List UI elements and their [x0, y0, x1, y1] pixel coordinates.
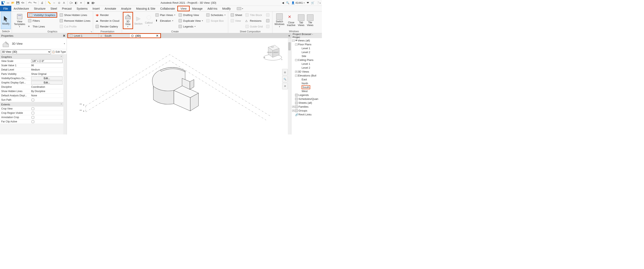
tab-structure[interactable]: Structure — [31, 6, 48, 11]
3d-icon[interactable]: ⬡▾ — [69, 1, 73, 5]
cut-profile-button[interactable]: Cut Profile — [59, 24, 91, 29]
view-tabs-menu[interactable]: ▾ — [287, 33, 291, 38]
user-chip[interactable]: 👤 41441 ▾ — [291, 1, 305, 4]
instance-select[interactable]: 3D View: {3D} — [1, 50, 51, 54]
tree-elev-west[interactable]: West — [291, 89, 322, 93]
prop-sun-path-checkbox[interactable] — [32, 98, 34, 101]
tab-massing-site[interactable]: Massing & Site — [134, 6, 158, 11]
collapse-icon[interactable]: − — [295, 75, 298, 77]
tree-schedules[interactable]: Schedules/Quan — [291, 97, 322, 101]
place-view-button[interactable]: View — [230, 18, 243, 23]
show-hidden-lines-button[interactable]: Show Hidden Lines — [59, 12, 91, 18]
tree-sheets[interactable]: Sheets (all) — [291, 101, 322, 105]
tree-elevations[interactable]: −Elevations (Buil — [291, 74, 322, 78]
prop-vg-edit-button[interactable]: Edit... — [31, 76, 62, 80]
sync-icon[interactable]: ⟲▾ — [21, 1, 24, 5]
tag-icon[interactable]: ⊙ — [57, 1, 61, 5]
view-tab-level1[interactable]: Level 1 — [68, 34, 99, 38]
tree-fp-level2[interactable]: Level 2 — [291, 50, 322, 54]
prop-far-clip-checkbox[interactable] — [32, 120, 34, 123]
canvas-3d[interactable]: ⟶ ⟶ TOP FRONT RIGHT ▾ — [67, 38, 291, 134]
tab-precast[interactable]: Precast — [60, 6, 74, 11]
prop-show-hidden[interactable]: By Discipline — [30, 89, 63, 93]
tab-view[interactable]: View — [177, 6, 190, 11]
tile-views-button[interactable]: Tile Views — [306, 12, 315, 29]
prop-gdo-edit-button[interactable]: Edit... — [31, 81, 62, 84]
tab-annotate[interactable]: Annotate — [102, 6, 118, 11]
tree-groups[interactable]: +Groups — [291, 109, 322, 112]
sheet-button[interactable]: Sheet — [230, 12, 243, 18]
open-icon[interactable]: ▭ — [6, 1, 10, 5]
properties-close-button[interactable]: ✕ — [63, 34, 66, 38]
tab-views-button[interactable]: Tab Views — [297, 12, 306, 29]
scope-box-button[interactable]: Scope Box — [206, 18, 226, 23]
tab-systems[interactable]: Systems — [74, 6, 90, 11]
undo-icon[interactable]: ↶▾ — [28, 1, 32, 5]
matchline-button[interactable] — [265, 12, 271, 18]
tree-3d-views[interactable]: +3D Views — [291, 70, 322, 74]
tree-ceiling-plans[interactable]: −Ceiling Plans — [291, 58, 322, 62]
close-inactive-button[interactable]: ✕Close Inactive — [286, 12, 296, 29]
tree-fp-level1[interactable]: Level 1 — [291, 46, 322, 50]
print-icon[interactable]: 🖨 — [40, 1, 44, 5]
tab-manage[interactable]: Manage — [190, 6, 205, 11]
tree-cp-level1[interactable]: Level 1 — [291, 62, 322, 66]
render-gallery-button[interactable]: Render Gallery — [95, 24, 120, 29]
tab-collaborate[interactable]: Collaborate — [158, 6, 177, 11]
plan-views-button[interactable]: Plan Views ▾ — [154, 12, 176, 18]
title-block-button[interactable]: Title Block — [244, 12, 264, 18]
legends-button[interactable]: Legends ▾ — [178, 24, 204, 29]
view-reference-button[interactable] — [265, 18, 271, 23]
close-views-icon[interactable]: ▣ — [86, 1, 90, 5]
tree-elev-north[interactable]: North — [291, 82, 322, 85]
elevation-button[interactable]: ⬆Elevation ▾ — [154, 18, 176, 23]
prop-default-analysis[interactable]: None — [30, 94, 63, 98]
tree-elev-east[interactable]: East — [291, 78, 322, 82]
section-icon[interactable]: ◧ — [74, 1, 78, 5]
thin-lines-button[interactable]: ≡ Thin Lines — [27, 24, 57, 29]
tab-steel[interactable]: Steel — [48, 6, 60, 11]
tree-families[interactable]: +Families — [291, 105, 322, 109]
tree-root-views[interactable]: −👁Views (all) — [291, 38, 322, 42]
nav-left-icon[interactable]: ◀ — [282, 1, 284, 4]
zoom-button[interactable]: 🔍 — [282, 76, 288, 82]
duplicate-view-button[interactable]: Duplicate View ▾ — [178, 18, 204, 23]
save-icon[interactable]: 💾 — [16, 1, 20, 5]
view-tab-3d[interactable]: ⬡{3D}✕ — [130, 34, 160, 38]
remove-hidden-lines-button[interactable]: Remove Hidden Lines — [59, 18, 91, 23]
prop-view-scale-input[interactable] — [31, 59, 62, 63]
expand-icon[interactable]: + — [292, 106, 295, 108]
tab-architecture[interactable]: Architecture — [11, 6, 32, 11]
tree-legends[interactable]: Legends — [291, 93, 322, 97]
properties-scrollbar[interactable] — [63, 54, 67, 134]
prop-parts-vis[interactable]: Show Original — [30, 72, 63, 76]
cart-icon[interactable]: 🛒 — [311, 1, 314, 4]
collapse-icon[interactable]: − — [295, 44, 298, 46]
tab-insert[interactable]: Insert — [90, 6, 102, 11]
thin-lines-icon[interactable]: ≡ — [79, 1, 83, 5]
info-center-icon[interactable]: 🔍 — [286, 1, 289, 4]
canvas-scrollbar[interactable] — [288, 38, 291, 134]
close-tab-button[interactable]: ✕ — [156, 34, 158, 37]
render-button[interactable]: 🫖Render — [95, 12, 120, 18]
switch-windows-button[interactable]: Switch Windows▾ — [273, 12, 286, 29]
tab-modify[interactable]: Modify — [220, 6, 233, 11]
section-extents-header[interactable]: Extents⌃ — [0, 102, 63, 106]
collapse-icon[interactable]: − — [295, 59, 298, 61]
section-button[interactable]: Section — [133, 12, 144, 29]
measure-icon[interactable]: 📏 — [47, 1, 51, 5]
favorite-icon[interactable]: ❤ — [307, 1, 309, 4]
orbit-button[interactable]: ⟳ — [282, 83, 288, 90]
drafting-view-button[interactable]: Drafting View — [178, 12, 204, 18]
tree-fp-site[interactable]: Site — [291, 54, 322, 58]
viewports-button[interactable] — [265, 24, 271, 29]
revisions-button[interactable]: △Revisions — [244, 18, 264, 23]
callout-button[interactable]: Callout▾ — [144, 12, 154, 29]
text-icon[interactable]: A — [62, 1, 66, 5]
full-nav-wheel-button[interactable]: ◎ — [282, 69, 288, 76]
dimension-icon[interactable]: ↔ — [52, 1, 56, 5]
3d-view-button[interactable]: 3D View▾ — [123, 12, 133, 29]
tree-floor-plans[interactable]: −Floor Plans — [291, 42, 322, 46]
filters-button[interactable]: Filters — [27, 18, 57, 23]
edit-type-button[interactable]: 📋Edit Type — [52, 50, 66, 53]
